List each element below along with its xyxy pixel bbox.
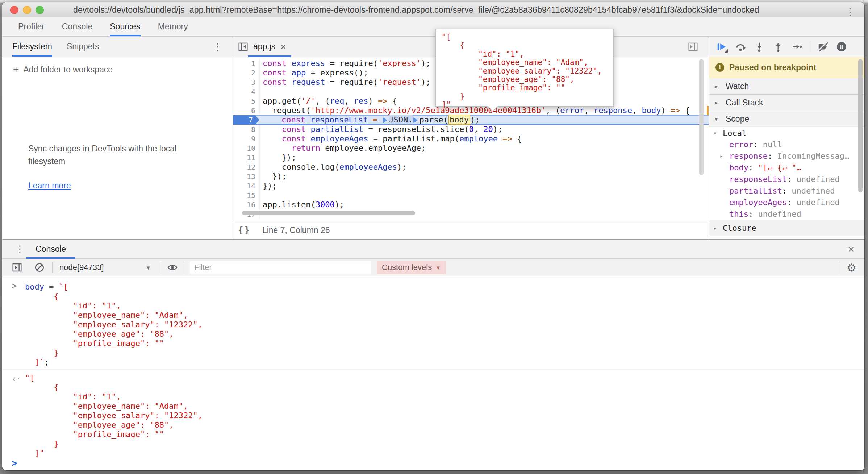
- execution-context-label: node[94733]: [59, 263, 104, 272]
- line-number-gutter[interactable]: 5: [233, 96, 260, 106]
- resume-script-button[interactable]: [715, 41, 729, 53]
- show-debugger-sidebar-icon[interactable]: [688, 41, 698, 52]
- console-text-line: "employee_age": "88",: [25, 420, 864, 430]
- code-text: const app = express();: [260, 68, 368, 78]
- expanded-arrow-icon: ▾: [715, 115, 721, 123]
- toolbar-separator: [184, 262, 184, 273]
- minimize-window-button[interactable]: [23, 6, 31, 14]
- line-number-gutter[interactable]: 9: [233, 134, 260, 144]
- context-dropdown-caret-icon[interactable]: ▼: [146, 259, 151, 276]
- scope-closure-group[interactable]: ▸ Closure: [709, 220, 864, 236]
- pretty-print-icon[interactable]: {}: [238, 225, 251, 235]
- toolbar-separator: [839, 262, 839, 273]
- scope-variable-error: error: null: [709, 139, 864, 150]
- scope-variable-responselist: responseList: undefined: [709, 174, 864, 185]
- line-number-gutter[interactable]: 8: [233, 125, 260, 134]
- console-prompt[interactable]: >: [2, 458, 864, 470]
- variable-name: responseList: [729, 175, 787, 184]
- file-tab-appjs[interactable]: app.js ×: [248, 37, 291, 57]
- console-text-line: "profile_image": "": [25, 430, 864, 439]
- navigator-tab-filesystem[interactable]: Filesystem: [12, 37, 52, 57]
- console-toolbar: node[94733] ▼ Custom levels ▼ ⚙: [2, 259, 864, 276]
- line-number-gutter[interactable]: 1: [233, 59, 260, 68]
- sidebar-scrollbar[interactable]: [858, 59, 863, 192]
- step-location-marker-icon[interactable]: [383, 117, 387, 123]
- long-press-indicator: [725, 49, 728, 53]
- navigator-tab-snippets[interactable]: Snippets: [67, 37, 99, 57]
- line-number-gutter[interactable]: 15: [233, 191, 260, 200]
- console-text-line: "employee_age": "88",: [25, 329, 864, 339]
- console-sidebar-toggle-icon[interactable]: [12, 259, 22, 276]
- drawer-kebab-icon[interactable]: ⋮: [15, 240, 25, 259]
- main-tab-bar: ProfilerConsoleSourcesMemory: [2, 17, 864, 37]
- line-number-gutter[interactable]: 16: [233, 200, 260, 209]
- debugger-sidebar: i Paused on breakpoint ▸Watch▸Call Stack…: [709, 37, 864, 239]
- line-number-gutter[interactable]: 3: [233, 78, 260, 87]
- line-number-gutter[interactable]: 6: [233, 106, 260, 115]
- section-scope[interactable]: ▾Scope: [709, 111, 864, 127]
- collapsed-arrow-icon[interactable]: ▸: [720, 150, 723, 162]
- console-command: >body = `[ { "id": "1", "employee_name":…: [2, 276, 864, 370]
- pause-on-exceptions-button[interactable]: [835, 41, 848, 53]
- tab-console[interactable]: Console: [62, 17, 92, 36]
- code-text: const express = require('express');: [260, 59, 431, 68]
- line-number-gutter[interactable]: 2: [233, 68, 260, 78]
- section-label: Call Stack: [726, 98, 763, 108]
- line-number-gutter[interactable]: 10: [233, 144, 260, 153]
- close-window-button[interactable]: [10, 6, 18, 14]
- zoom-window-button[interactable]: [36, 6, 44, 14]
- section-call-stack[interactable]: ▸Call Stack: [709, 95, 864, 111]
- scope-variable-partiallist: partialList: undefined: [709, 185, 864, 197]
- line-number-gutter[interactable]: 13: [233, 172, 260, 181]
- scope-variable-response[interactable]: ▸response: IncomingMessag…: [709, 150, 864, 162]
- scope-group-label: Local: [723, 129, 747, 138]
- code-line: 8 const partialList = responseList.slice…: [233, 125, 709, 134]
- add-folder-button[interactable]: + Add folder to workspace: [13, 64, 113, 75]
- live-expression-eye-icon[interactable]: [167, 259, 178, 276]
- main-menu-kebab-icon[interactable]: ⋮: [845, 2, 855, 21]
- variable-value: undefined: [796, 175, 839, 184]
- code-text: app.listen(3000);: [260, 200, 344, 209]
- value-preview-tooltip: "[ { "id": "1", "employee_name": "Adam",…: [435, 29, 614, 107]
- navigator-kebab-icon[interactable]: ⋮: [213, 37, 222, 57]
- close-tab-icon[interactable]: ×: [280, 42, 286, 51]
- line-number-gutter[interactable]: 14: [233, 181, 260, 191]
- code-line: 13 });: [233, 172, 709, 181]
- deactivate-breakpoints-button[interactable]: [816, 41, 830, 53]
- execution-context-selector[interactable]: node[94733]: [59, 259, 104, 276]
- line-number-gutter[interactable]: 4: [233, 87, 260, 96]
- scope-variable-employeeages: employeeAges: undefined: [709, 197, 864, 208]
- code-text: const employeeAges = partialList.map(emp…: [260, 134, 522, 144]
- step-location-marker-icon[interactable]: [413, 117, 418, 123]
- title-bar[interactable]: devtools://devtools/bundled/js_app.html?…: [2, 2, 864, 18]
- variable-value: "[↵ {↵ "…: [758, 163, 801, 172]
- collapsed-arrow-icon: ▸: [715, 83, 721, 90]
- tab-memory[interactable]: Memory: [158, 17, 188, 36]
- step-out-button[interactable]: [771, 41, 785, 53]
- custom-levels-button[interactable]: Custom levels ▼: [377, 261, 446, 274]
- editor-horizontal-scrollbar[interactable]: [242, 211, 702, 216]
- console-settings-gear-icon[interactable]: ⚙: [847, 259, 856, 276]
- section-watch[interactable]: ▸Watch: [709, 78, 864, 95]
- close-drawer-icon[interactable]: ×: [848, 240, 854, 259]
- step-over-button[interactable]: [734, 41, 747, 53]
- step-into-button[interactable]: [752, 41, 766, 53]
- clear-console-icon[interactable]: [34, 259, 45, 276]
- hide-navigator-icon[interactable]: [238, 41, 249, 52]
- add-folder-label: Add folder to workspace: [23, 65, 113, 75]
- console-messages: >body = `[ { "id": "1", "employee_name":…: [2, 276, 864, 458]
- line-number-gutter[interactable]: 7: [233, 115, 259, 125]
- learn-more-link[interactable]: Learn more: [28, 181, 71, 191]
- line-number-gutter[interactable]: 12: [233, 162, 260, 172]
- filter-input[interactable]: [190, 261, 371, 274]
- scope-local-group[interactable]: ▾ Local: [709, 127, 864, 139]
- tab-console[interactable]: Console: [26, 240, 75, 259]
- step-button[interactable]: [790, 41, 804, 53]
- tab-sources[interactable]: Sources: [110, 17, 140, 36]
- tab-profiler[interactable]: Profiler: [18, 17, 45, 36]
- code-line: 7 const responseList = JSON.parse(body);: [233, 115, 709, 125]
- section-label: Watch: [726, 82, 749, 91]
- scrollbar-thumb[interactable]: [242, 211, 415, 215]
- editor-vertical-scrollbar[interactable]: [699, 59, 704, 175]
- line-number-gutter[interactable]: 11: [233, 153, 260, 162]
